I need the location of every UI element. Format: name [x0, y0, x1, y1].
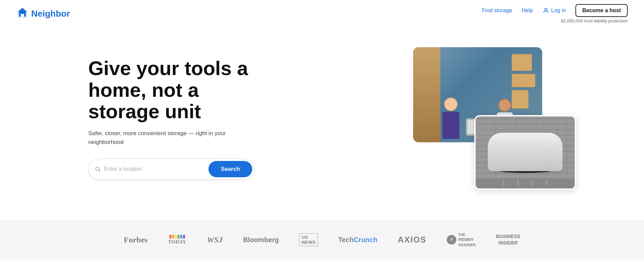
hero-title: Give your tools a home, not a storage un…: [88, 57, 265, 122]
nav-links: Find storage Help Log in Become a host: [482, 4, 628, 17]
press-logo-penny-hoarder[interactable]: P THEPENNYHOARDER: [447, 233, 476, 247]
find-storage-link[interactable]: Find storage: [482, 7, 512, 14]
press-logo-axios[interactable]: AXIOS: [398, 235, 427, 244]
svg-rect-1: [21, 14, 22, 17]
nav-right: Find storage Help Log in Become a host $…: [482, 4, 628, 23]
become-host-button[interactable]: Become a host: [575, 4, 628, 17]
press-logo-usnews[interactable]: USNEWS: [299, 233, 318, 246]
logo-text: Neighbor: [31, 8, 70, 19]
press-logo-wsj[interactable]: WSJ: [207, 235, 223, 244]
press-logo-techcrunch[interactable]: TechCrunch: [338, 236, 377, 244]
help-link[interactable]: Help: [522, 7, 533, 14]
hero-left: Give your tools a home, not a storage un…: [88, 57, 265, 180]
header: Neighbor Find storage Help Log in Become…: [0, 0, 644, 23]
hero-section: Give your tools a home, not a storage un…: [0, 23, 644, 220]
hero-images: [413, 47, 576, 190]
svg-point-4: [545, 8, 547, 11]
press-logo-bloomberg[interactable]: Bloomberg: [243, 236, 279, 244]
car-silhouette: [491, 135, 559, 169]
svg-rect-2: [23, 14, 24, 17]
logo[interactable]: Neighbor: [16, 6, 70, 21]
search-icon-wrap: [95, 166, 101, 172]
svg-point-5: [96, 167, 99, 171]
svg-line-6: [99, 170, 100, 172]
house-icon: [16, 6, 29, 21]
search-bar: Search: [88, 159, 255, 180]
login-area[interactable]: Log in: [542, 7, 566, 14]
press-logo-business-insider[interactable]: BUSINESSINSIDER: [496, 233, 520, 247]
user-icon: [542, 7, 549, 14]
hero-secondary-image: [474, 115, 576, 190]
liability-text: $1,000,000 host liability protection: [561, 18, 628, 23]
search-button[interactable]: Search: [208, 161, 252, 177]
press-logo-forbes[interactable]: Forbes: [124, 235, 148, 244]
hero-subtitle: Safer, closer, more convenient storage —…: [88, 129, 231, 146]
press-bar: Forbes TODAY WSJ Bloomberg USNEWS TechCr…: [0, 220, 644, 259]
search-icon: [95, 166, 101, 172]
login-label: Log in: [551, 7, 566, 14]
svg-rect-3: [24, 10, 25, 12]
location-input[interactable]: [104, 166, 208, 172]
press-logo-today[interactable]: TODAY: [168, 235, 186, 245]
